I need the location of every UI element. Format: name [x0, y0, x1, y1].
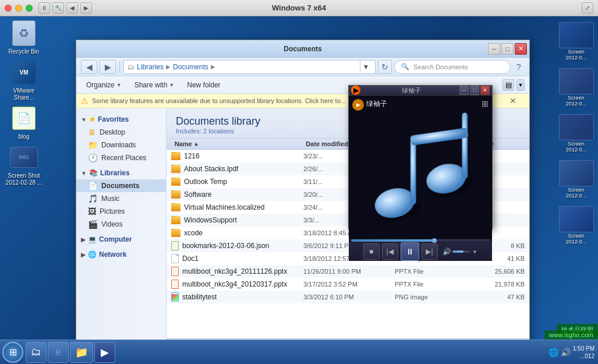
progress-track[interactable]	[351, 239, 490, 242]
mac-resize-button[interactable]: ⤢	[582, 2, 593, 14]
mac-close-button[interactable]	[5, 5, 12, 12]
sidebar-item-recent[interactable]: 🕐 Recent Places	[76, 151, 166, 164]
blog-icon[interactable]: 📄 blog	[3, 104, 45, 140]
watermark-2: www.isgho.com	[544, 330, 598, 340]
win-minimize-button[interactable]: ─	[488, 43, 500, 55]
thumb-3[interactable]: Screen2012-0...	[557, 114, 595, 153]
file-name-cell: stabilitytest	[171, 292, 300, 302]
share-with-button[interactable]: Share with ▼	[129, 78, 180, 92]
folder-icon	[171, 165, 181, 173]
network-header[interactable]: ▶ 🌐 Network	[76, 248, 166, 261]
player-close-btn[interactable]: ✕	[480, 86, 490, 95]
refresh-button[interactable]: ↻	[378, 60, 392, 74]
player-controls-bottom: ■ |◀ ⏸ ▶| 🔊 ▼	[349, 242, 492, 261]
vol-level	[452, 250, 464, 253]
taskbar-system: 🌐 🔊 1:50 PM ...012	[549, 345, 595, 360]
volume-options-icon[interactable]: ▼	[472, 249, 478, 255]
player-restore-btn[interactable]: □	[470, 86, 479, 95]
organize-button[interactable]: Organize ▼	[81, 78, 127, 92]
address-dropdown-button[interactable]: ▼	[360, 61, 371, 73]
player-stop-button[interactable]: ■	[363, 243, 380, 260]
sys-network-icon: 🌐	[549, 348, 558, 357]
win-restore-button[interactable]: □	[501, 43, 514, 55]
player-progress-area[interactable]	[349, 239, 492, 242]
file-name-cell: About Stacks.lpdf	[171, 165, 300, 173]
col-name-sort: ▲	[194, 141, 199, 147]
volume-icon[interactable]: 🔊	[443, 248, 451, 256]
player-play-pause-button[interactable]: ⏸	[401, 242, 419, 261]
mac-minimize-button[interactable]	[15, 5, 22, 12]
computer-header[interactable]: ▶ 💻 Computer	[76, 233, 166, 246]
address-documents[interactable]: Documents	[173, 63, 208, 71]
addr-sep-2: ▶	[211, 63, 215, 70]
file-row[interactable]: stabilitytest 3/3/2012 6:10 PM PNG image…	[167, 291, 529, 303]
mac-nav-fwd[interactable]: ▶	[80, 2, 92, 14]
fullscreen-icon[interactable]: ⊞	[482, 99, 489, 108]
player-logo-btn[interactable]: ▶	[352, 99, 364, 111]
search-box[interactable]: 🔍 Search Documents	[394, 60, 511, 74]
toolbar-separator	[119, 61, 120, 73]
music-label: Music	[101, 195, 119, 203]
mac-nav-back[interactable]: ◀	[66, 2, 78, 14]
col-name-label: Name	[175, 140, 192, 147]
col-name-header[interactable]: Name ▲	[175, 140, 306, 147]
file-name-text: xcode	[184, 229, 203, 237]
desktop-label: Desktop	[100, 128, 125, 136]
help-button[interactable]: ?	[513, 60, 525, 74]
forward-button[interactable]: ▶	[100, 60, 116, 74]
taskbar-folder[interactable]: 📁	[70, 342, 93, 363]
favorites-header[interactable]: ▼ ★ Favorites	[76, 113, 166, 126]
explorer-title: Documents	[284, 45, 321, 53]
pptx-icon	[171, 267, 179, 276]
thumb-1[interactable]: Screen2012-0...	[557, 22, 595, 61]
thumb-5[interactable]: Screen2012-0...	[557, 206, 595, 245]
view-dropdown-button[interactable]: ▼	[516, 79, 525, 91]
computer-label: Computer	[99, 235, 132, 243]
thumb-4[interactable]: Screen2012-0...	[557, 160, 595, 199]
libraries-header[interactable]: ▼ 📚 Libraries	[76, 167, 166, 179]
player-minimize-btn[interactable]: ─	[459, 86, 469, 95]
screenshot-icon[interactable]: IMG Screen Shot2012-02-28 ...	[3, 143, 45, 186]
png-icon	[171, 292, 179, 302]
volume-slider[interactable]	[452, 250, 470, 253]
thumb-label-3: Screen2012-0...	[566, 141, 587, 153]
media-player-window: ▶ 绿袖子 ─ □ ✕ ▶ 绿袖子 ⊞	[348, 85, 493, 229]
address-bar[interactable]: 🗂 Libraries ▶ Documents ▶ ▼	[123, 60, 376, 74]
progress-dot	[432, 238, 437, 243]
sidebar-item-pictures[interactable]: 🖼 Pictures	[76, 205, 166, 218]
taskbar-ie[interactable]: e	[48, 342, 69, 363]
address-libraries[interactable]: Libraries	[137, 63, 164, 71]
file-row[interactable]: multiboot_nkc3g4_20120317.pptx 3/17/2012…	[167, 278, 529, 291]
back-button[interactable]: ◀	[81, 60, 97, 74]
player-next-button[interactable]: ▶|	[422, 243, 438, 260]
documents-icon: 📄	[88, 181, 98, 190]
downloads-folder-icon: 📁	[88, 140, 98, 150]
player-prev-button[interactable]: |◀	[382, 243, 398, 260]
thumb-2[interactable]: Screen2012-0...	[557, 68, 595, 107]
view-mode-button[interactable]: ▤	[503, 79, 514, 91]
player-icon[interactable]: ▶	[351, 86, 360, 95]
new-folder-button[interactable]: New folder	[182, 78, 225, 92]
mac-toolbar-left: ⏸ 🔧 ◀ ▶	[38, 2, 92, 14]
taskbar-explorer[interactable]: 🗂	[26, 342, 47, 363]
computer-icon: 💻	[88, 235, 97, 243]
mac-maximize-button[interactable]	[26, 5, 33, 12]
sidebar-item-documents[interactable]: 📄 Documents	[76, 179, 166, 192]
recycle-bin-icon[interactable]: Recycle Bin	[3, 19, 45, 55]
file-row[interactable]: multiboot_nkc3g4_20111126.pptx 11/26/201…	[167, 265, 529, 278]
start-button[interactable]: ⊞	[2, 342, 23, 363]
taskbar-media[interactable]: ▶	[94, 342, 115, 363]
sidebar-item-music[interactable]: 🎵 Music	[76, 192, 166, 205]
sidebar-item-downloads[interactable]: 📁 Downloads	[76, 139, 166, 151]
info-close-button[interactable]: ✕	[508, 96, 518, 105]
vmware-icon[interactable]: VM VMwareShare...	[3, 58, 45, 101]
window-controls: ─ □ ✕	[488, 43, 527, 55]
win-close-button[interactable]: ✕	[515, 43, 527, 55]
sidebar-item-desktop[interactable]: 🖥 Desktop	[76, 126, 166, 139]
doc-icon	[171, 254, 179, 263]
mac-pause-button[interactable]: ⏸	[38, 2, 50, 14]
screenshot-graphic: IMG	[10, 147, 38, 168]
mac-tool-button[interactable]: 🔧	[52, 2, 64, 14]
sidebar-item-videos[interactable]: 🎬 Videos	[76, 218, 166, 231]
address-icon: 🗂	[128, 63, 135, 71]
